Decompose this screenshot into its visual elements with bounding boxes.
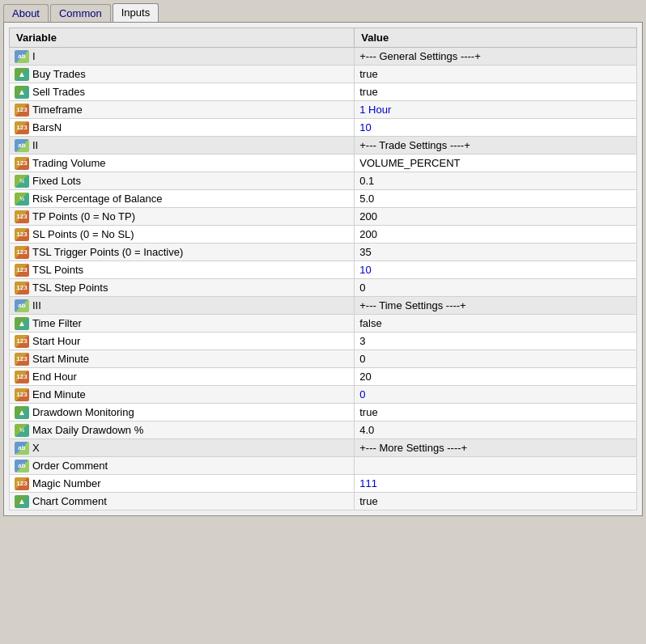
value-cell[interactable]: 0	[355, 279, 637, 297]
variable-label: Buy Trades	[32, 68, 86, 80]
table-row: abIII+--- Time Settings ----+	[10, 297, 637, 315]
value-cell[interactable]: true	[355, 66, 637, 83]
variable-cell: ▲Buy Trades	[10, 66, 355, 83]
ab-icon: ab	[15, 460, 29, 472]
value-cell[interactable]: 4.0	[355, 422, 637, 439]
table-row: 123End Hour20	[10, 368, 637, 386]
variable-label: Time Filter	[32, 317, 82, 329]
value-cell[interactable]: true	[355, 83, 637, 101]
num-icon: 123	[15, 121, 29, 134]
variable-label: Timeframe	[32, 104, 83, 116]
table-row: 123TP Points (0 = No TP)200	[10, 208, 637, 226]
variable-label: BarsN	[32, 121, 62, 133]
arrow-icon: ▲	[15, 495, 29, 508]
tab-inputs[interactable]: Inputs	[113, 3, 159, 22]
tab-about[interactable]: About	[3, 4, 49, 22]
value-text: true	[359, 86, 377, 98]
variable-label: Magic Number	[32, 477, 101, 489]
value-cell[interactable]: +--- General Settings ----+	[355, 48, 637, 66]
variable-label: II	[32, 139, 38, 151]
value-text: 1 Hour	[359, 104, 391, 116]
value-text: 200	[359, 210, 377, 222]
value-cell[interactable]: 35	[355, 244, 637, 261]
table-row: 123Start Minute0	[10, 350, 637, 368]
value-cell[interactable]: true	[355, 493, 637, 511]
variable-label: Sell Trades	[32, 86, 85, 98]
col-header-value: Value	[355, 28, 637, 48]
variable-cell: 123Start Minute	[10, 350, 355, 368]
value-cell[interactable]: +--- Trade Settings ----+	[355, 137, 637, 155]
value-cell[interactable]: 0.1	[355, 172, 637, 190]
value-cell[interactable]: 111	[355, 475, 637, 493]
value-text: 0.1	[359, 175, 374, 187]
value-cell[interactable]: 20	[355, 368, 637, 386]
ab-icon: ab	[15, 139, 29, 152]
value-text: 200	[359, 228, 377, 240]
variable-cell: abI	[10, 48, 355, 66]
variable-cell: ▲Drawdown Monitoring	[10, 404, 355, 422]
table-row: ▲Time Filterfalse	[10, 315, 637, 333]
table-row: 123Trading VolumeVOLUME_PERCENT	[10, 155, 637, 172]
value-cell[interactable]: VOLUME_PERCENT	[355, 155, 637, 172]
value-text: true	[359, 68, 377, 80]
variable-cell: abIII	[10, 297, 355, 315]
ab-icon: ab	[15, 442, 29, 455]
variable-label: TSL Trigger Points (0 = Inactive)	[32, 246, 183, 258]
variable-cell: ½Risk Percentage of Balance	[10, 190, 355, 208]
value-text: +--- General Settings ----+	[359, 50, 481, 62]
arrow-icon: ▲	[15, 86, 29, 99]
value-text: 0	[359, 353, 365, 365]
value-cell[interactable]: 10	[355, 261, 637, 279]
table-row: ▲Sell Tradestrue	[10, 83, 637, 101]
variable-cell: ▲Chart Comment	[10, 493, 355, 511]
frac-icon: ½	[15, 424, 29, 437]
variable-cell: ½Max Daily Drawdown %	[10, 422, 355, 439]
variable-label: Drawdown Monitoring	[32, 406, 134, 418]
ab-icon: ab	[15, 50, 29, 63]
variable-cell: 123Trading Volume	[10, 155, 355, 172]
value-cell[interactable]: +--- Time Settings ----+	[355, 297, 637, 315]
variable-label: TSL Points	[32, 264, 83, 276]
value-text: true	[359, 406, 377, 418]
variable-label: Risk Percentage of Balance	[32, 193, 162, 205]
value-text: 0	[359, 388, 365, 400]
table-row: 123TSL Step Points0	[10, 279, 637, 297]
value-cell[interactable]: +--- More Settings ----+	[355, 439, 637, 457]
variable-label: III	[32, 299, 41, 311]
tab-bar: AboutCommonInputs	[0, 0, 646, 22]
num-icon: 123	[15, 104, 29, 117]
variable-cell: ▲Sell Trades	[10, 83, 355, 101]
value-cell[interactable]: 0	[355, 350, 637, 368]
tab-common[interactable]: Common	[50, 4, 111, 22]
value-cell[interactable]: 200	[355, 226, 637, 244]
value-cell[interactable]: true	[355, 404, 637, 422]
value-cell[interactable]: 5.0	[355, 190, 637, 208]
variable-label: Start Hour	[32, 335, 80, 347]
value-cell[interactable]: 200	[355, 208, 637, 226]
variable-label: Trading Volume	[32, 157, 106, 169]
variable-label: TP Points (0 = No TP)	[32, 210, 135, 222]
value-text: 10	[359, 264, 371, 276]
variable-cell: abII	[10, 137, 355, 155]
num-icon: 123	[15, 157, 29, 170]
value-text: 20	[359, 371, 371, 383]
table-row: abOrder Comment	[10, 457, 637, 475]
num-icon: 123	[15, 264, 29, 277]
num-icon: 123	[15, 335, 29, 348]
variable-cell: 123SL Points (0 = No SL)	[10, 226, 355, 244]
num-icon: 123	[15, 353, 29, 366]
variable-cell: 123Start Hour	[10, 333, 355, 350]
value-text: 5.0	[359, 193, 374, 205]
value-cell[interactable]: 0	[355, 386, 637, 404]
table-row: ▲Chart Commenttrue	[10, 493, 637, 511]
variable-cell: 123TSL Step Points	[10, 279, 355, 297]
variable-label: SL Points (0 = No SL)	[32, 228, 134, 240]
value-cell[interactable]: 3	[355, 333, 637, 350]
num-icon: 123	[15, 228, 29, 241]
value-cell[interactable]: 1 Hour	[355, 101, 637, 119]
variable-cell: 123Magic Number	[10, 475, 355, 493]
variable-cell: 123End Hour	[10, 368, 355, 386]
value-cell[interactable]: 10	[355, 119, 637, 137]
value-cell[interactable]: false	[355, 315, 637, 333]
value-cell[interactable]	[355, 457, 637, 475]
